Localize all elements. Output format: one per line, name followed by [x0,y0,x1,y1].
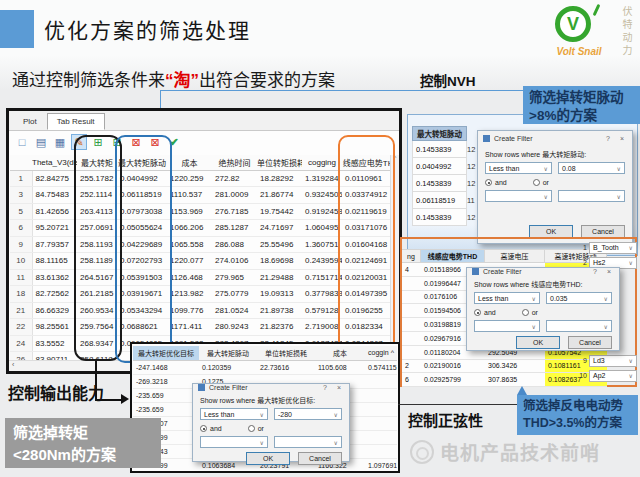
cell[interactable]: 83.61362 [32,269,77,286]
column-header[interactable]: 绝热时间 [212,155,257,170]
column-header[interactable]: 成本 [167,155,212,170]
new-file-icon[interactable]: □ [14,134,30,150]
cell[interactable]: 0.02925799 [421,373,485,387]
cell[interactable]: 0.02190016 [421,360,485,374]
table-row[interactable]: -247.1468 0.120359 22.73616 1105.608 0.5… [133,360,397,374]
cell[interactable]: 0.1453839 [412,175,467,192]
cell[interactable]: 285.1287 [212,220,257,237]
cell[interactable]: 82.72562 [32,286,77,303]
column-header[interactable]: cogging [302,155,342,170]
cell[interactable]: 274.0106 [212,253,257,270]
cell[interactable]: 0.2439594 [302,253,342,270]
cell[interactable]: 88.11165 [32,253,77,270]
cell[interactable]: 21.86774 [257,187,302,204]
cell[interactable]: 0.0404992 [117,170,167,187]
table-row[interactable]: 6 95.20721 257.0691 0.05055624 1066.206 … [10,220,400,237]
table-row[interactable]: 3 84.75483 252.1114 0.06118519 1110.537 … [10,187,400,204]
operator-select[interactable]: Less than∨ [200,408,268,420]
value-input[interactable]: 0.035∨ [546,292,612,304]
cell[interactable]: 1126.468 [167,269,212,286]
cell[interactable]: 261.2185 [77,286,117,303]
cell[interactable]: 19.09313 [257,286,302,303]
table-row[interactable]: 21 86.66329 260.9534 0.05343294 1099.776… [10,302,400,319]
tab-plot[interactable]: Plot [13,113,47,130]
and-radio[interactable]: and [474,309,496,316]
column-header[interactable]: 单位转矩损耗 [257,155,302,170]
cell[interactable]: 0.7151714 [302,269,342,286]
dialog-titlebar[interactable]: Create Filter ? × [467,268,619,275]
cell[interactable]: 281.0524 [212,302,257,319]
cell[interactable]: 306.3426 [485,360,545,374]
cell[interactable]: 286.088 [212,236,257,253]
cell[interactable]: 0.9324505 [302,187,342,204]
delete-column-icon[interactable]: ⊠ [147,134,163,150]
cell[interactable]: 0.0688621 [117,319,167,336]
cell[interactable]: 1213.982 [167,286,212,303]
cell[interactable]: 0.04229689 [117,236,167,253]
cell[interactable]: 260.9534 [77,302,117,319]
cell[interactable]: 84.75483 [32,187,77,204]
value-input-2[interactable]: ∨ [546,320,612,332]
cell[interactable]: 1066.206 [167,220,212,237]
delete-row-icon[interactable]: ⊠ [128,134,144,150]
value-input-2[interactable]: ∨ [558,190,625,202]
column-header[interactable] [10,155,32,170]
cell[interactable]: 268.9347 [77,335,117,352]
table-row[interactable]: 9 87.79357 258.1193 0.04229689 1065.558 … [10,236,400,253]
cell[interactable]: 83.5552 [32,335,77,352]
cell[interactable]: 257.0691 [77,220,117,237]
cell[interactable]: 307.8635 [485,373,545,387]
cell[interactable]: 0.07973038 [117,203,167,220]
param-select[interactable]: Ld3∨ [589,355,637,367]
close-icon[interactable]: × [334,384,344,391]
operator-select-2[interactable]: ∨ [474,320,540,332]
and-radio[interactable]: and [485,179,507,186]
ok-button[interactable]: OK [246,452,290,465]
cell[interactable]: 25.55496 [257,236,302,253]
cell[interactable]: 255.1782 [77,170,117,187]
cell[interactable]: 1.097691 [365,458,397,472]
operator-select-2[interactable]: ∨ [200,436,268,448]
cancel-button[interactable]: Cancel [298,452,342,465]
cell[interactable]: 0.5741152 [365,360,397,374]
save-all-icon[interactable]: ▦ [52,134,68,150]
help-icon[interactable]: ? [590,268,600,275]
cell[interactable] [365,402,397,416]
param-select[interactable]: B_Tooth∨ [589,242,637,254]
column-header[interactable]: 最大转矩脉动 [412,126,467,141]
cell[interactable]: 279.965 [212,269,257,286]
operator-select[interactable]: Less than∨ [474,292,540,304]
cell[interactable]: 21.29488 [257,269,302,286]
cell[interactable]: 0.05343294 [117,302,167,319]
operator-select-2[interactable]: ∨ [485,190,552,202]
save-icon[interactable]: ▤ [33,134,49,150]
cell[interactable]: 18.69698 [257,253,302,270]
or-radio[interactable]: or [248,425,264,432]
cell[interactable]: 264.5167 [77,269,117,286]
cell[interactable]: 18.28292 [257,170,302,187]
cell[interactable]: -235.659 [133,388,199,402]
column-header[interactable]: 最大转矩脉动 [117,155,167,170]
cell[interactable]: 22.73616 [257,360,315,374]
table-row[interactable]: 11 83.61362 264.5167 0.05391503 1126.468… [10,269,400,286]
cell[interactable]: 1099.776 [167,302,212,319]
cell[interactable]: 1.360751 [302,236,342,253]
cell[interactable]: 0.05055624 [117,220,167,237]
help-icon[interactable]: ? [603,135,613,142]
cell[interactable]: -235.659 [133,402,199,416]
column-header[interactable]: 单位转矩损耗 [257,346,315,360]
cell[interactable]: 1153.969 [167,203,212,220]
cell[interactable]: 0.579128 [302,302,342,319]
value-input[interactable]: 0.08∨ [558,162,625,174]
cell[interactable]: 95.20721 [32,220,77,237]
table-row[interactable]: 5 81.42656 263.4113 0.07973038 1153.969 … [10,203,400,220]
cell[interactable]: 98.25561 [32,319,77,336]
value-input[interactable]: -280∨ [274,408,342,420]
cell[interactable]: 0.06118519 [412,192,467,209]
cell[interactable]: 19.75442 [257,203,302,220]
cancel-button[interactable]: Cancel [568,336,612,349]
table-row[interactable]: 10 88.11165 258.1189 0.07202793 1220.077… [10,253,400,270]
column-header[interactable]: 线感应电势THD [421,249,485,263]
cell[interactable]: 280.9243 [212,319,257,336]
cell[interactable]: 252.1114 [77,187,117,204]
